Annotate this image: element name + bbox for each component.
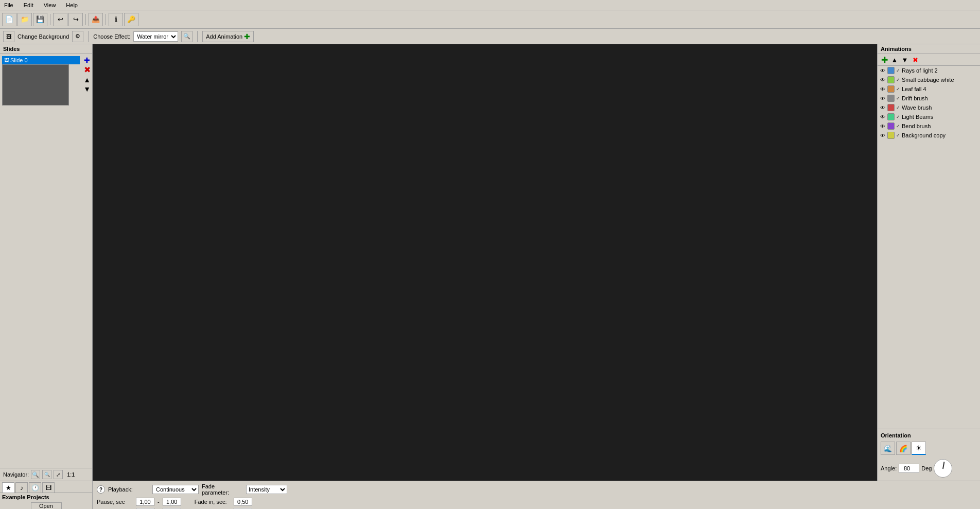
left-panel: Slides 🖼 Slide 0 ✚ ✖ ▲ ▼ bbox=[0, 44, 93, 481]
animations-title: Animations bbox=[881, 46, 912, 52]
anim-check-0: ✓ bbox=[896, 68, 900, 73]
fade-in-input[interactable] bbox=[234, 498, 252, 506]
fade-select[interactable]: Intensity Speed Size bbox=[246, 485, 287, 494]
fade-param-label: Fade parameter: bbox=[202, 483, 243, 496]
delete-anim-button[interactable]: ✖ bbox=[911, 55, 920, 64]
add-slide-button[interactable]: ✚ bbox=[83, 56, 91, 64]
effectbar-sep bbox=[88, 31, 89, 42]
toolbar-sep-2 bbox=[85, 14, 86, 25]
scale-label: 1:1 bbox=[67, 471, 75, 478]
add-animation-ctrl-button[interactable]: ✚ bbox=[880, 55, 889, 64]
open-example-button[interactable]: Open bbox=[31, 502, 62, 509]
deg-label: Deg bbox=[921, 465, 932, 471]
anim-eye-icon-0: 👁 bbox=[880, 67, 886, 74]
anim-check-2: ✓ bbox=[896, 86, 900, 92]
slides-header: Slides bbox=[0, 44, 92, 54]
anim-item-1[interactable]: 👁 ✓ Small cabbage white bbox=[878, 75, 980, 84]
pause-label: Pause, sec bbox=[97, 499, 133, 505]
anim-check-5: ✓ bbox=[896, 114, 900, 119]
anim-label-2: Leaf fall 4 bbox=[902, 86, 926, 92]
anim-color-2 bbox=[887, 85, 895, 93]
move-anim-down-button[interactable]: ▼ bbox=[900, 55, 909, 64]
angle-dial[interactable] bbox=[934, 459, 952, 478]
anim-color-0 bbox=[887, 67, 895, 74]
anim-label-4: Wave brush bbox=[902, 104, 932, 111]
pause-to-input[interactable] bbox=[163, 498, 181, 506]
redo-button[interactable]: ↪ bbox=[68, 13, 83, 26]
new-button[interactable]: 📄 bbox=[2, 13, 16, 26]
anim-item-7[interactable]: 👁 ✓ Background copy bbox=[878, 131, 980, 140]
anim-label-6: Bend brush bbox=[902, 123, 931, 129]
undo-button[interactable]: ↩ bbox=[53, 13, 67, 26]
anim-color-1 bbox=[887, 76, 895, 83]
orient-tab-1[interactable]: 🌊 bbox=[881, 442, 895, 455]
anim-item-2[interactable]: 👁 ✓ Leaf fall 4 bbox=[878, 84, 980, 94]
anim-check-1: ✓ bbox=[896, 77, 900, 82]
canvas-background bbox=[93, 44, 877, 481]
slide-label: Slide 0 bbox=[10, 57, 28, 63]
help-icon[interactable]: ? bbox=[97, 485, 105, 494]
effect-dropdown[interactable]: Water mirror Blur None Zoom bbox=[133, 31, 178, 42]
anim-item-3[interactable]: 👁 ✓ Drift brush bbox=[878, 94, 980, 103]
anim-eye-icon-1: 👁 bbox=[880, 77, 886, 83]
pause-dash: - bbox=[157, 499, 160, 505]
anim-eye-icon-5: 👁 bbox=[880, 114, 886, 120]
menubar: File Edit View Help bbox=[0, 0, 980, 10]
slide-item-0[interactable]: 🖼 Slide 0 bbox=[2, 56, 80, 64]
export-button[interactable]: 📤 bbox=[89, 13, 103, 26]
menu-file[interactable]: File bbox=[2, 2, 15, 9]
anim-item-6[interactable]: 👁 ✓ Bend brush bbox=[878, 121, 980, 131]
anim-eye-icon-4: 👁 bbox=[880, 104, 886, 111]
zoom-in-button[interactable]: 🔍 bbox=[31, 470, 40, 479]
menu-help[interactable]: Help bbox=[64, 2, 80, 9]
anim-color-7 bbox=[887, 132, 895, 139]
open-button[interactable]: 📁 bbox=[18, 13, 32, 26]
toolbar: 📄 📁 💾 ↩ ↪ 📤 ℹ 🔑 bbox=[0, 10, 980, 29]
anim-label-1: Small cabbage white bbox=[902, 77, 954, 83]
zoom-out-button[interactable]: 🔍 bbox=[42, 470, 51, 479]
key-button[interactable]: 🔑 bbox=[124, 13, 138, 26]
save-button[interactable]: 💾 bbox=[33, 13, 47, 26]
move-slide-down-button[interactable]: ▼ bbox=[83, 85, 91, 93]
favorites-tab[interactable]: ★ bbox=[2, 482, 14, 493]
background-settings-button[interactable]: ⚙ bbox=[72, 31, 83, 42]
playback-select[interactable]: Continuous Loop Once bbox=[152, 485, 199, 494]
playback-row-2: Pause, sec - Fade in, sec: bbox=[97, 498, 976, 506]
anim-item-4[interactable]: 👁 ✓ Wave brush bbox=[878, 103, 980, 112]
change-background-button[interactable]: 🖼 bbox=[3, 31, 14, 42]
add-animation-button[interactable]: Add Animation ✚ bbox=[202, 31, 254, 42]
animations-controls: ✚ ▲ ▼ ✖ bbox=[878, 54, 980, 66]
anim-item-5[interactable]: 👁 ✓ Light Beams bbox=[878, 112, 980, 121]
angle-input[interactable] bbox=[899, 464, 919, 473]
anim-color-5 bbox=[887, 113, 895, 120]
orientation-tabs: 🌊 🌈 ☀ bbox=[881, 442, 977, 455]
move-slide-up-button[interactable]: ▲ bbox=[83, 76, 91, 84]
anim-eye-icon-7: 👁 bbox=[880, 132, 886, 138]
anim-item-0[interactable]: 👁 ✓ Rays of light 2 bbox=[878, 66, 980, 75]
slide-icon: 🖼 bbox=[4, 58, 9, 63]
effectbar-sep2 bbox=[197, 31, 198, 42]
orient-tab-2[interactable]: 🌈 bbox=[896, 442, 911, 455]
delete-slide-button[interactable]: ✖ bbox=[83, 65, 91, 75]
pause-from-input[interactable] bbox=[136, 498, 154, 506]
angle-row: Angle: Deg bbox=[881, 459, 977, 478]
menu-view[interactable]: View bbox=[42, 2, 58, 9]
orient-tab-3[interactable]: ☀ bbox=[912, 442, 926, 455]
clock-tab[interactable]: 🕐 bbox=[29, 482, 41, 493]
canvas-area bbox=[93, 44, 877, 481]
move-anim-up-button[interactable]: ▲ bbox=[890, 55, 899, 64]
camera-tab[interactable]: 🎞 bbox=[42, 482, 55, 493]
anim-label-3: Drift brush bbox=[902, 95, 928, 101]
info-button[interactable]: ℹ bbox=[109, 13, 123, 26]
change-background-label: Change Background bbox=[18, 33, 69, 40]
anim-eye-icon-3: 👁 bbox=[880, 95, 886, 101]
music-tab[interactable]: ♪ bbox=[15, 482, 28, 493]
anim-color-3 bbox=[887, 95, 895, 102]
effectbar: 🖼 Change Background ⚙ Choose Effect: Wat… bbox=[0, 29, 980, 44]
anim-label-0: Rays of light 2 bbox=[902, 67, 938, 74]
fit-button[interactable]: ⤢ bbox=[54, 470, 63, 479]
menu-edit[interactable]: Edit bbox=[22, 2, 36, 9]
anim-check-3: ✓ bbox=[896, 96, 900, 101]
effect-preview-button[interactable]: 🔍 bbox=[181, 31, 192, 42]
anim-label-5: Light Beams bbox=[902, 114, 933, 120]
